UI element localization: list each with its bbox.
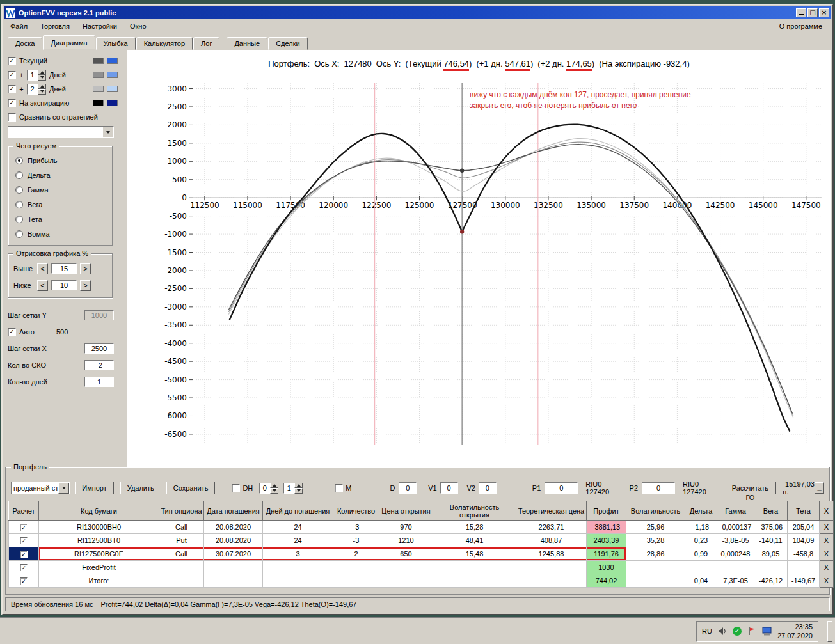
row-checkbox[interactable]: ✓ bbox=[20, 537, 28, 545]
status-ok-icon[interactable]: ✓ bbox=[733, 627, 742, 636]
days-spinner[interactable]: 2 bbox=[27, 84, 46, 95]
arrow-down-icon bbox=[297, 489, 301, 492]
series-checkbox[interactable]: ✓ bbox=[8, 57, 16, 65]
row-delete-button[interactable]: X bbox=[820, 521, 834, 534]
tab-3[interactable]: Калькулятор bbox=[136, 37, 193, 50]
save-button[interactable]: Сохранить bbox=[166, 482, 216, 494]
strategy-compare-dropdown[interactable] bbox=[8, 126, 114, 138]
sko-input[interactable]: -2 bbox=[84, 360, 114, 370]
spin-down-button[interactable] bbox=[38, 75, 46, 81]
above-increase-button[interactable]: > bbox=[80, 263, 91, 274]
row-delete-button[interactable]: X bbox=[820, 561, 834, 574]
days-count-input[interactable]: 1 bbox=[84, 377, 114, 387]
row-delete-button[interactable]: X bbox=[820, 534, 834, 547]
tab-6[interactable]: Сделки bbox=[268, 37, 308, 50]
dh-checkbox[interactable] bbox=[232, 484, 240, 492]
below-decrease-button[interactable]: < bbox=[37, 280, 48, 291]
spin-up-button[interactable] bbox=[294, 483, 303, 489]
collapse-panel-button[interactable]: _ bbox=[815, 482, 824, 494]
strategy-select-arrow[interactable] bbox=[58, 483, 69, 494]
chevron-down-icon bbox=[106, 131, 110, 134]
tab-5[interactable]: Данные bbox=[227, 37, 267, 50]
draw-option-1[interactable]: Дельта bbox=[12, 168, 108, 182]
below-increase-button[interactable]: > bbox=[80, 280, 91, 291]
cell-days: 24 bbox=[263, 534, 333, 547]
v2-input[interactable]: 0 bbox=[479, 482, 497, 494]
series-checkbox[interactable]: ✓ bbox=[8, 85, 16, 93]
above-label: Выше bbox=[13, 265, 34, 272]
radio-button[interactable] bbox=[15, 186, 23, 194]
radio-button[interactable] bbox=[15, 216, 23, 223]
dropdown-arrow-button[interactable] bbox=[102, 127, 113, 137]
series-checkbox[interactable]: ✓ bbox=[8, 71, 16, 79]
maximize-button[interactable]: □ bbox=[807, 8, 818, 17]
spin-up-button[interactable] bbox=[38, 84, 46, 90]
draw-option-5[interactable]: Вомма bbox=[12, 226, 108, 241]
svg-text:130000: 130000 bbox=[491, 201, 520, 210]
show-desktop-button[interactable] bbox=[827, 621, 832, 642]
spin-down-button[interactable] bbox=[38, 89, 46, 95]
row-calc-cell: ✓ bbox=[9, 574, 39, 588]
v1-input[interactable]: 0 bbox=[440, 482, 458, 494]
days-spinner[interactable]: 1 bbox=[27, 70, 46, 81]
spin-down-button[interactable] bbox=[294, 488, 303, 494]
draw-option-3[interactable]: Вега bbox=[12, 197, 108, 212]
draw-option-0[interactable]: Прибыль bbox=[12, 153, 108, 168]
auto-checkbox[interactable]: ✓ bbox=[8, 328, 16, 336]
radio-button[interactable] bbox=[15, 201, 23, 208]
row-checkbox[interactable]: ✓ bbox=[20, 524, 28, 531]
draw-option-2[interactable]: Гамма bbox=[12, 182, 108, 197]
volume-icon[interactable] bbox=[717, 626, 728, 636]
radio-button[interactable] bbox=[15, 157, 23, 164]
monitor-icon[interactable] bbox=[762, 626, 772, 636]
menu-item-2[interactable]: Настройки bbox=[76, 20, 123, 32]
tab-1[interactable]: Диаграмма bbox=[43, 35, 95, 50]
compare-checkbox[interactable] bbox=[8, 113, 16, 122]
row-checkbox[interactable]: ✓ bbox=[20, 551, 28, 558]
import-button[interactable]: Импорт bbox=[75, 482, 113, 494]
delete-button[interactable]: Удалить bbox=[120, 482, 161, 494]
calc-go-button[interactable]: Рассчитать ГО bbox=[724, 482, 776, 494]
row-checkbox[interactable]: ✓ bbox=[20, 577, 28, 585]
m-checkbox[interactable] bbox=[335, 484, 343, 492]
tab-0[interactable]: Доска bbox=[8, 37, 42, 50]
p2-input[interactable]: 0 bbox=[642, 482, 675, 494]
strategy-select[interactable]: проданный ст bbox=[11, 482, 70, 494]
spin-up-button[interactable] bbox=[270, 483, 278, 489]
menu-item-1[interactable]: Торговля bbox=[34, 20, 76, 32]
tab-4[interactable]: Лог bbox=[193, 37, 219, 50]
p1-input[interactable]: 0 bbox=[545, 482, 578, 494]
render-above-row: Выше < 15 > bbox=[12, 260, 108, 277]
menu-item-3[interactable]: Окно bbox=[123, 20, 153, 32]
series-checkbox[interactable]: ✓ bbox=[8, 99, 16, 107]
dh-spinner-2[interactable]: 1 bbox=[283, 483, 303, 494]
menu-item-about[interactable]: О программе bbox=[770, 20, 831, 32]
above-value-input[interactable]: 15 bbox=[51, 263, 77, 274]
flag-icon[interactable] bbox=[747, 626, 757, 636]
grid-y-row: Шаг сетки Y 1000 bbox=[6, 307, 116, 324]
below-value-input[interactable]: 10 bbox=[51, 280, 77, 290]
cell-open_vol: 15,28 bbox=[433, 521, 516, 534]
spin-up-button[interactable] bbox=[38, 70, 46, 75]
above-decrease-button[interactable]: < bbox=[37, 263, 48, 274]
menu-item-0[interactable]: Файл bbox=[4, 20, 34, 32]
dh-spinner-1[interactable]: 0 bbox=[259, 483, 278, 494]
row-checkbox[interactable]: ✓ bbox=[20, 564, 28, 572]
title-bar[interactable]: OptionFVV версия 2.1 public □ × bbox=[4, 6, 831, 19]
row-delete-button[interactable]: X bbox=[820, 547, 834, 561]
language-indicator[interactable]: RU bbox=[702, 627, 712, 635]
grid-x-input[interactable]: 2500 bbox=[84, 343, 114, 354]
row-delete-button[interactable]: X bbox=[820, 574, 834, 588]
series-label: Дней bbox=[49, 85, 66, 93]
tab-2[interactable]: Улыбка bbox=[96, 37, 136, 50]
spin-down-button[interactable] bbox=[270, 488, 278, 494]
minimize-button[interactable] bbox=[796, 8, 806, 17]
radio-button[interactable] bbox=[15, 230, 23, 238]
cell-theta: -458,8 bbox=[788, 547, 820, 561]
table-header-row: РасчетКод бумагиТип опционаДата погашени… bbox=[9, 501, 834, 521]
radio-button[interactable] bbox=[15, 171, 23, 179]
svg-text:500: 500 bbox=[172, 175, 187, 184]
d-input[interactable]: 0 bbox=[399, 482, 417, 494]
draw-option-4[interactable]: Тета bbox=[12, 212, 108, 226]
close-button[interactable]: × bbox=[819, 8, 829, 17]
